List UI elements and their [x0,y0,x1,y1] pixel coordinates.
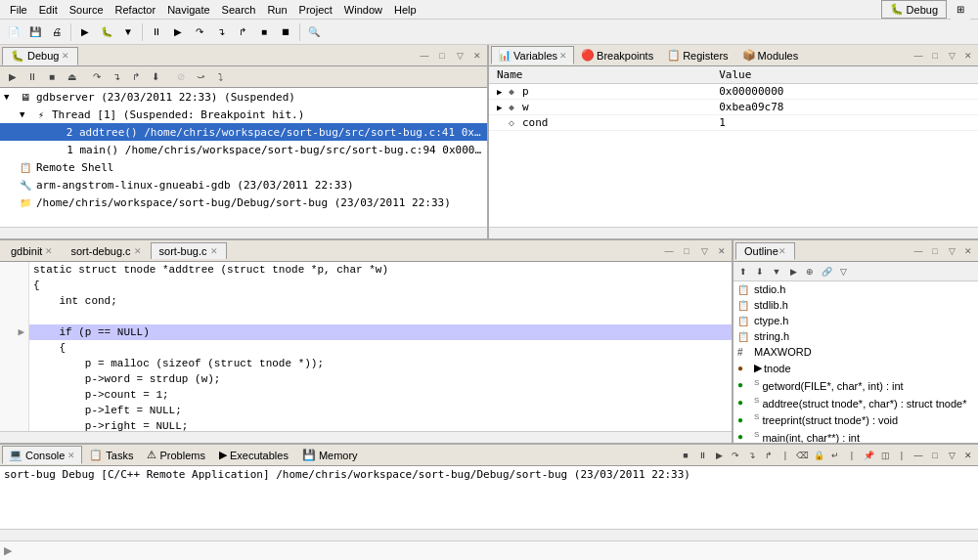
var-row-1[interactable]: ▶◆w0xbea09c78 [489,100,978,115]
tasks-tab[interactable]: 📋 Tasks [82,446,140,464]
suspend-ctrl-btn[interactable]: ⏸ [23,68,41,86]
outline-minimize-btn[interactable]: — [911,243,926,259]
menu-run[interactable]: Run [261,2,292,18]
debug-close-btn[interactable]: ✕ [469,48,485,64]
console-menu-btn[interactable]: ▽ [944,448,959,463]
debug-tab[interactable]: 🐛 Debug ✕ [2,47,78,65]
var-row-2[interactable]: ◇cond1 [489,115,978,131]
modules-tab[interactable]: 📦 Modules [735,46,806,65]
sortbug-close[interactable]: ✕ [210,246,218,256]
problems-tab[interactable]: ⚠ Problems [140,446,211,464]
tree-item-remoteshell[interactable]: 📋Remote Shell [0,158,487,176]
disconnect-ctrl-btn[interactable]: ⏏ [63,68,80,86]
debug-minimize-btn[interactable]: — [417,48,432,64]
outline-filter-btn[interactable]: ▽ [835,264,851,280]
outline-item-8[interactable]: ●S treeprint(struct tnode*) : void [734,410,978,428]
outline-sync-btn[interactable]: ⊕ [802,264,818,280]
menu-edit[interactable]: Edit [33,2,64,18]
debug-maximize-btn[interactable]: □ [434,48,450,64]
console-step-return-btn[interactable]: ↱ [761,448,777,463]
menu-navigate[interactable]: Navigate [161,2,215,18]
editor-menu-btn[interactable]: ▽ [696,243,712,259]
tab-sortbug[interactable]: sort-bug.c ✕ [151,242,227,259]
menu-file[interactable]: File [4,2,33,18]
terminate-btn[interactable]: ■ [254,22,274,42]
vars-menu-btn[interactable]: ▽ [944,48,959,64]
outline-item-7[interactable]: ●S addtree(struct tnode*, char*) : struc… [734,394,978,411]
step-return-ctrl-btn[interactable]: ↱ [127,68,145,86]
console-pin-btn[interactable]: 📌 [861,448,876,463]
sortdebug-close[interactable]: ✕ [134,246,142,256]
disconnect-btn[interactable]: ⏹ [276,22,295,42]
outline-tab[interactable]: Outline ✕ [735,242,795,260]
console-step-into-btn[interactable]: ↴ [744,448,760,463]
use-step-filters-btn[interactable]: ⊘ [172,68,190,86]
tree-expand-icon[interactable]: ▼ [4,92,18,102]
breakpoints-tab[interactable]: 🔴 Breakpoints [574,46,660,65]
search-btn[interactable]: 🔍 [304,22,324,42]
drop-to-frame-btn[interactable]: ⬇ [147,68,164,86]
outline-collapse-all-btn[interactable]: ⬆ [735,264,751,280]
var-expand-icon[interactable]: ▶ [497,103,509,112]
debug-last-btn[interactable]: 🐛 [97,22,116,42]
menu-source[interactable]: Source [64,2,110,18]
vars-minimize-btn[interactable]: — [911,48,926,64]
outline-expand-icon[interactable]: ▶ [754,362,762,374]
step-over-ctrl-btn[interactable]: ↷ [88,68,106,86]
outline-hide-static-btn[interactable]: ▶ [785,264,801,280]
memory-tab[interactable]: 💾 Memory [295,446,365,464]
debug-tab-close[interactable]: ✕ [62,51,69,61]
step-over-btn[interactable]: ↷ [190,22,209,42]
console-maximize-btn[interactable]: □ [927,448,943,463]
terminate-ctrl-btn[interactable]: ■ [43,68,61,86]
new-btn[interactable]: 📄 [4,22,23,42]
menu-search[interactable]: Search [216,2,262,18]
variables-tab[interactable]: 📊 Variables ✕ [491,46,574,65]
console-minimize-btn[interactable]: — [911,448,926,463]
vars-close-btn[interactable]: ✕ [960,48,976,64]
menu-help[interactable]: Help [388,2,422,18]
executables-tab[interactable]: ▶ Executables [212,446,295,464]
tree-item-gdbserver[interactable]: ▼🖥gdbserver (23/03/2011 22:33) (Suspende… [0,88,487,106]
step-into-ctrl-btn[interactable]: ↴ [108,68,125,86]
debug-perspective-btn[interactable]: 🐛 Debug [881,0,947,19]
outline-maximize-btn[interactable]: □ [927,243,943,259]
outline-menu-btn[interactable]: ▽ [944,243,959,259]
tree-item-thread1[interactable]: ▼⚡Thread [1] (Suspended: Breakpoint hit.… [0,106,487,123]
vars-scrollbar-h[interactable] [489,227,978,238]
console-step-over-btn[interactable]: ↷ [728,448,743,463]
tree-item-frame2[interactable]: 2 addtree() /home/chris/workspace/sort-b… [0,123,487,141]
tree-expand-icon[interactable]: ▼ [20,109,33,119]
menu-window[interactable]: Window [338,2,388,18]
console-close-x[interactable]: ✕ [67,451,75,460]
console-display-btn[interactable]: ◫ [877,448,893,463]
print-btn[interactable]: 🖨 [47,22,67,42]
outline-item-5[interactable]: ●▶tnode [734,360,978,376]
tree-item-frame1[interactable]: 1 main() /home/chris/workspace/sort-bug/… [0,141,487,158]
instruction-step-over-btn[interactable]: ⤻ [192,68,209,86]
tab-sortdebug[interactable]: sort-debug.c ✕ [62,242,150,259]
resume-btn[interactable]: ▶ [168,22,188,42]
suspend-btn[interactable]: ⏸ [147,22,166,42]
tab-gdbinit[interactable]: gdbinit ✕ [2,242,62,259]
console-terminate-btn[interactable]: ■ [678,448,693,463]
outline-link-btn[interactable]: 🔗 [819,264,834,280]
resume-ctrl-btn[interactable]: ▶ [4,68,22,86]
outline-item-6[interactable]: ●S getword(FILE*, char*, int) : int [734,376,978,394]
editor-maximize-btn[interactable]: □ [679,243,694,259]
run-last-btn[interactable]: ▶ [75,22,95,42]
step-into-btn[interactable]: ↴ [211,22,231,42]
editor-minimize-btn[interactable]: — [661,243,677,259]
instruction-step-into-btn[interactable]: ⤵ [211,68,229,86]
console-word-wrap-btn[interactable]: ↵ [827,448,843,463]
console-input[interactable] [16,544,974,557]
step-return-btn[interactable]: ↱ [233,22,252,42]
tree-item-gdb[interactable]: 🔧arm-angstrom-linux-gnueabi-gdb (23/03/2… [0,176,487,194]
outline-hide-fields-btn[interactable]: ▼ [769,264,784,280]
outline-sort-btn[interactable]: ⬇ [752,264,768,280]
variables-close[interactable]: ✕ [559,51,567,61]
perspective-btn[interactable]: ⊞ [951,0,970,20]
outline-item-0[interactable]: 📋stdio.h [734,281,978,297]
tree-item-debugfile[interactable]: 📁/home/chris/workspace/sort-bug/Debug/so… [0,194,487,211]
var-expand-icon[interactable]: ▶ [497,87,509,97]
